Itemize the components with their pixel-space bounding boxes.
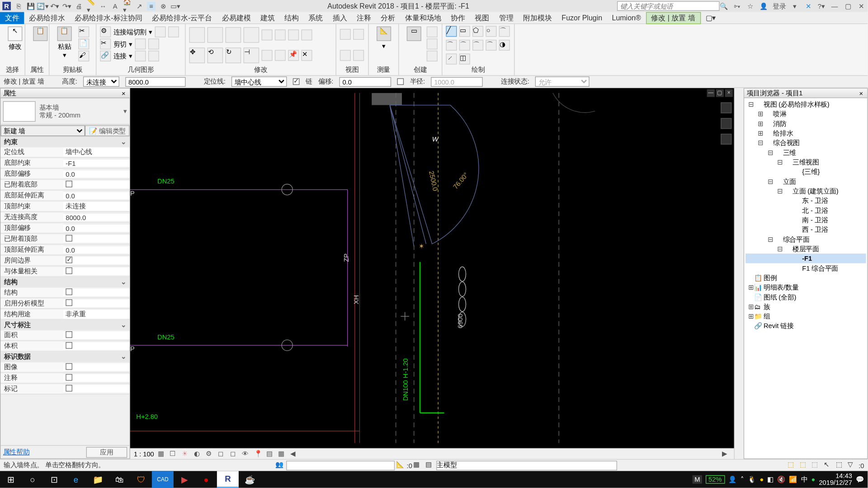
tray3-icon[interactable]: ◧ bbox=[767, 475, 773, 483]
move-icon[interactable]: ✥ bbox=[189, 47, 205, 63]
copy-mod-icon[interactable]: ⟲ bbox=[208, 47, 223, 63]
apply-button[interactable]: 应用 bbox=[86, 446, 127, 457]
tree-node[interactable]: ⊞📁组 bbox=[745, 311, 866, 321]
prop-row[interactable]: 结构用途非承重 bbox=[0, 309, 129, 320]
tree-node[interactable]: 北 - 卫浴 bbox=[745, 206, 866, 215]
tree-node[interactable]: {三维} bbox=[745, 167, 866, 176]
detail-icon[interactable]: ▦ bbox=[158, 450, 166, 458]
tray-green-icon[interactable]: ● bbox=[811, 476, 816, 483]
cope-icon[interactable]: ⚙ bbox=[100, 27, 111, 38]
tree-node[interactable]: ⊞📊明细表/数量 bbox=[745, 282, 866, 292]
infocenter-icon[interactable]: 🔍 bbox=[720, 2, 728, 10]
reveal-icon[interactable]: ▤ bbox=[266, 450, 275, 458]
mirror-draw-icon[interactable] bbox=[244, 27, 259, 42]
ribbon-tab-11[interactable]: 体量和场地 bbox=[400, 12, 446, 24]
v4-icon[interactable] bbox=[353, 50, 364, 61]
maximize-icon[interactable]: ▢ bbox=[844, 2, 852, 10]
help-search-input[interactable] bbox=[617, 1, 720, 11]
browser-close-icon[interactable]: × bbox=[858, 89, 865, 97]
view-max-icon[interactable]: ▢ bbox=[716, 89, 724, 97]
people-icon[interactable]: 👤 bbox=[728, 475, 737, 483]
properties-button[interactable]: 📋 bbox=[29, 25, 52, 42]
cut-icon[interactable]: ✂ bbox=[78, 27, 89, 38]
analytic-icon[interactable]: ▦ bbox=[278, 450, 287, 458]
ribbon-tab-0[interactable]: 文件 bbox=[0, 12, 24, 24]
offset-input[interactable] bbox=[340, 77, 392, 86]
exchange-icon[interactable]: ✕ bbox=[804, 2, 812, 10]
align-icon[interactable] bbox=[189, 27, 205, 42]
shield-icon[interactable]: 🛡 bbox=[130, 471, 152, 488]
ribbon-collapse-icon[interactable]: ▢▾ bbox=[701, 12, 721, 24]
properties-help-link[interactable]: 属性帮助 bbox=[3, 447, 30, 456]
tree-node[interactable]: -F1 bbox=[745, 253, 866, 263]
pin-icon[interactable]: 📌 bbox=[288, 50, 299, 61]
ime-icon[interactable]: 中 bbox=[801, 475, 808, 484]
prop-row[interactable]: 底部约束-F1 bbox=[0, 158, 129, 169]
network-icon[interactable]: 📶 bbox=[789, 475, 797, 483]
ribbon-tab-12[interactable]: 协作 bbox=[446, 12, 470, 24]
type-selector[interactable]: 基本墙常规 - 200mm ▾ bbox=[0, 98, 129, 125]
prop-row[interactable]: 底部偏移0.0 bbox=[0, 169, 129, 179]
tree-node[interactable]: ⊞消防 bbox=[745, 119, 866, 128]
join-geo-icon[interactable]: 🔗 bbox=[100, 51, 111, 61]
taskview-icon[interactable]: ⊡ bbox=[43, 471, 65, 488]
chain-checkbox[interactable] bbox=[293, 78, 300, 85]
open-icon[interactable]: ⎘ bbox=[14, 2, 23, 10]
start-icon[interactable]: ⊞ bbox=[0, 471, 22, 488]
battery-icon[interactable]: 52% bbox=[705, 475, 725, 484]
line-icon[interactable]: ╱ bbox=[446, 26, 457, 37]
tree-node[interactable]: 📋图例 bbox=[745, 273, 866, 282]
shadow-icon[interactable]: ◐ bbox=[194, 450, 203, 458]
c1-icon[interactable] bbox=[427, 27, 438, 38]
radius-input[interactable] bbox=[431, 77, 483, 86]
ribbon-tab-10[interactable]: 分析 bbox=[376, 12, 400, 24]
ribbon-tab-8[interactable]: 插入 bbox=[328, 12, 352, 24]
crop-icon[interactable]: ◻ bbox=[218, 450, 226, 458]
circ-icon[interactable]: ○ bbox=[486, 26, 496, 37]
geo5-icon[interactable] bbox=[135, 51, 146, 61]
sel1-icon[interactable]: ⬚ bbox=[788, 460, 797, 470]
tray2-icon[interactable]: ● bbox=[760, 476, 764, 483]
prop-row[interactable]: 房间边界 bbox=[0, 255, 129, 266]
geo3-icon[interactable] bbox=[135, 38, 146, 49]
dropdown-icon[interactable]: ▾ bbox=[791, 2, 799, 10]
pan-icon[interactable] bbox=[721, 118, 731, 129]
scale-icon[interactable] bbox=[302, 29, 312, 40]
tree-node[interactable]: 南 - 卫浴 bbox=[745, 215, 866, 225]
ribbon-tab-14[interactable]: 管理 bbox=[494, 12, 518, 24]
main-model-input[interactable] bbox=[436, 460, 617, 470]
prop-row[interactable]: 图像 bbox=[0, 362, 129, 373]
ribbon-tab-16[interactable]: Fuzor Plugin bbox=[557, 12, 607, 24]
key-icon[interactable]: 🗝 bbox=[733, 2, 741, 10]
create-button[interactable]: ▭ bbox=[402, 25, 425, 65]
prop-row[interactable]: 已附着底部 bbox=[0, 179, 129, 190]
minimize-icon[interactable]: — bbox=[830, 2, 839, 10]
ribbon-tab-17[interactable]: Lumion® bbox=[607, 12, 646, 24]
ribbon-tab-9[interactable]: 注释 bbox=[352, 12, 376, 24]
d2-icon[interactable]: ⌒ bbox=[459, 39, 470, 50]
tree-node[interactable]: F1 综合平面 bbox=[745, 263, 866, 273]
d1-icon[interactable]: ⌒ bbox=[446, 39, 457, 50]
tree-node[interactable]: ⊟视图 (必易给排水样板) bbox=[745, 99, 866, 109]
editable-icon[interactable]: ▤ bbox=[425, 460, 435, 470]
measure-icon[interactable]: 📏▾ bbox=[87, 2, 95, 10]
v1-icon[interactable] bbox=[340, 29, 351, 40]
close-inactive-icon[interactable]: ⊗ bbox=[159, 2, 168, 10]
join-select[interactable]: 允许 bbox=[535, 76, 590, 87]
trim-icon[interactable] bbox=[262, 29, 273, 40]
match-icon[interactable]: 🖌 bbox=[78, 51, 89, 61]
locline-select[interactable]: 墙中心线 bbox=[231, 76, 287, 87]
undo-icon[interactable]: ↶▾ bbox=[51, 2, 59, 10]
crop-show-icon[interactable]: ◻ bbox=[230, 450, 239, 458]
prop-row[interactable]: 面积 bbox=[0, 330, 129, 341]
ribbon-tab-7[interactable]: 系统 bbox=[304, 12, 328, 24]
prop-row[interactable]: 注释 bbox=[0, 373, 129, 384]
scroll-column[interactable] bbox=[734, 88, 744, 459]
ribbon-tab-1[interactable]: 必易给排水 bbox=[24, 12, 70, 24]
record-icon[interactable]: ● bbox=[195, 471, 217, 488]
split-icon[interactable] bbox=[275, 29, 286, 40]
m2-icon[interactable] bbox=[275, 50, 286, 61]
arc-icon[interactable]: ⌒ bbox=[499, 26, 510, 37]
user-icon[interactable]: 👤 bbox=[760, 2, 768, 10]
prop-row[interactable]: 与体量相关 bbox=[0, 266, 129, 277]
